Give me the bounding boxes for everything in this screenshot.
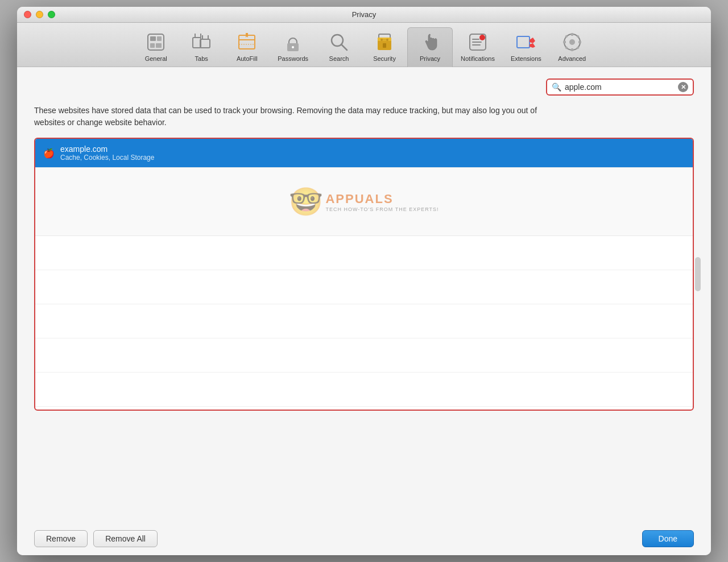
minimize-button[interactable] (36, 11, 43, 18)
bottom-bar: Remove Remove All Done (17, 522, 711, 555)
tab-tabs[interactable]: Tabs (179, 28, 224, 67)
svg-rect-34 (571, 48, 573, 51)
tab-tabs-label: Tabs (195, 55, 208, 62)
watermark-text: APPUALS TECH HOW-TO'S FROM THE EXPERTS! (325, 192, 439, 212)
tab-privacy-label: Privacy (420, 55, 440, 62)
svg-point-15 (292, 46, 294, 48)
svg-rect-36 (578, 41, 581, 43)
website-row[interactable]: 🍎 example.com Cache, Cookies, Local Stor… (35, 139, 693, 168)
tab-search[interactable]: Search (316, 28, 362, 67)
search-clear-button[interactable]: ✕ (678, 82, 688, 92)
svg-point-32 (569, 39, 575, 45)
website-list: 🍎 example.com Cache, Cookies, Local Stor… (34, 138, 694, 411)
privacy-icon (418, 30, 442, 54)
svg-rect-30 (517, 36, 530, 48)
site-info: example.com Cache, Cookies, Local Storag… (60, 144, 154, 162)
tab-autofill[interactable]: AutoFill (224, 28, 270, 67)
tab-notifications[interactable]: Notifications (453, 28, 503, 67)
watermark: 🤓 APPUALS TECH HOW-TO'S FROM THE EXPERTS… (289, 186, 439, 218)
general-icon (144, 30, 168, 54)
website-row-empty-1 (35, 236, 693, 270)
tab-security-label: Security (373, 55, 396, 62)
svg-rect-1 (150, 36, 156, 41)
tab-search-label: Search (329, 55, 349, 62)
svg-point-26 (479, 35, 485, 40)
watermark-row: 🤓 APPUALS TECH HOW-TO'S FROM THE EXPERTS… (35, 168, 693, 236)
website-search-bar[interactable]: 🔍 ✕ (546, 78, 694, 96)
svg-rect-0 (148, 34, 164, 50)
svg-rect-24 (383, 43, 386, 48)
description-text: These websites have stored data that can… (34, 105, 546, 129)
tab-privacy[interactable]: Privacy (407, 27, 453, 67)
tab-extensions[interactable]: Extensions (503, 28, 549, 67)
security-icon (373, 30, 396, 54)
advanced-icon (560, 30, 584, 54)
svg-rect-11 (239, 35, 255, 49)
list-scroll-area: 🍎 example.com Cache, Cookies, Local Stor… (34, 138, 694, 411)
svg-rect-20 (378, 38, 391, 41)
content-area: 🔍 ✕ These websites have stored data that… (17, 67, 711, 522)
svg-rect-2 (157, 36, 162, 41)
close-button[interactable] (24, 11, 31, 18)
tab-passwords[interactable]: Passwords (270, 28, 316, 67)
svg-rect-35 (563, 41, 566, 43)
svg-point-23 (386, 39, 388, 41)
passwords-icon (281, 30, 305, 54)
autofill-icon (235, 30, 259, 54)
svg-rect-3 (150, 43, 155, 48)
window-title: Privacy (352, 10, 377, 19)
watermark-title: APPUALS (325, 192, 439, 206)
tab-advanced-label: Advanced (558, 55, 586, 62)
tab-passwords-label: Passwords (278, 55, 308, 62)
bottom-left-buttons: Remove Remove All (34, 530, 158, 547)
tab-notifications-label: Notifications (461, 55, 495, 62)
watermark-subtitle: TECH HOW-TO'S FROM THE EXPERTS! (325, 206, 439, 212)
tab-extensions-label: Extensions (511, 55, 541, 62)
svg-rect-5 (193, 38, 201, 48)
search-icon (327, 30, 351, 54)
extensions-icon (514, 30, 538, 54)
tab-general[interactable]: General (133, 28, 179, 67)
website-row-empty-2 (35, 270, 693, 304)
window-controls (24, 11, 55, 18)
svg-line-17 (341, 44, 347, 50)
website-row-empty-3 (35, 304, 693, 338)
remove-all-button[interactable]: Remove All (93, 530, 158, 547)
svg-rect-8 (200, 39, 210, 48)
maximize-button[interactable] (48, 11, 55, 18)
website-row-empty-4 (35, 338, 693, 373)
website-row-empty-5 (35, 373, 693, 407)
remove-button[interactable]: Remove (34, 530, 88, 547)
site-name: example.com (60, 144, 154, 154)
main-window: Privacy General (17, 7, 711, 555)
search-bar-icon: 🔍 (552, 82, 561, 92)
svg-rect-33 (571, 33, 573, 36)
tab-advanced[interactable]: Advanced (549, 28, 595, 67)
website-search-input[interactable] (565, 82, 675, 92)
tab-autofill-label: AutoFill (237, 55, 258, 62)
svg-point-22 (380, 39, 383, 41)
toolbar: General Tabs (17, 23, 711, 67)
tabs-icon (189, 30, 213, 54)
notifications-icon (466, 30, 490, 54)
site-subtitle: Cache, Cookies, Local Storage (60, 154, 154, 162)
titlebar: Privacy (17, 7, 711, 23)
search-wrapper: 🔍 ✕ (34, 78, 694, 96)
scrollbar-handle[interactable] (695, 257, 701, 291)
tab-security[interactable]: Security (362, 28, 407, 67)
svg-rect-4 (156, 43, 162, 48)
site-favicon: 🍎 (43, 147, 55, 159)
tab-general-label: General (145, 55, 167, 62)
watermark-mascot: 🤓 (289, 186, 323, 218)
done-button[interactable]: Done (642, 530, 694, 547)
